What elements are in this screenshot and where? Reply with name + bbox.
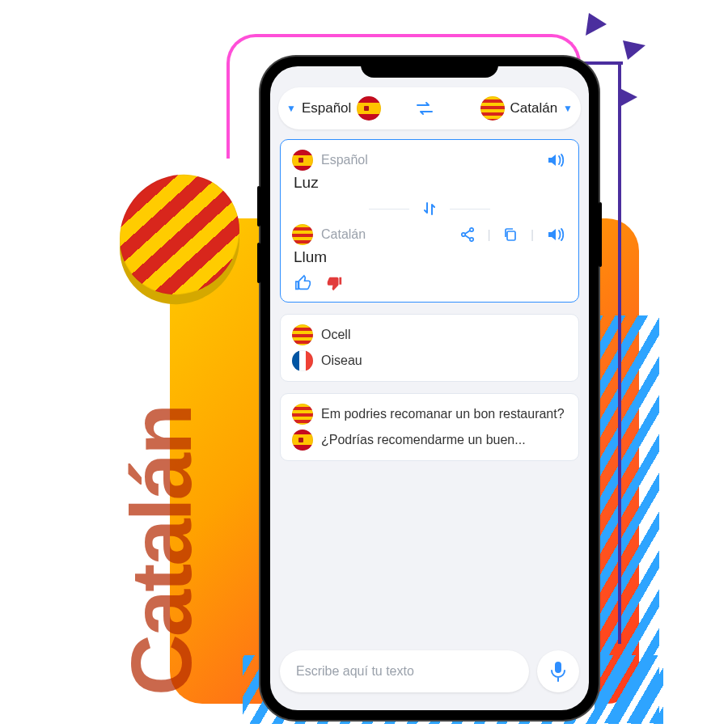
thumbs-down-button[interactable] xyxy=(323,274,345,292)
speaker-icon[interactable] xyxy=(544,152,567,168)
catalan-flag-icon xyxy=(292,324,313,345)
phone-notch xyxy=(361,57,498,78)
svg-rect-7 xyxy=(555,662,561,673)
text-input-placeholder: Escribe aquí tu texto xyxy=(296,664,414,679)
chevron-down-icon: ▼ xyxy=(563,103,573,114)
catalan-flag-icon xyxy=(292,404,313,425)
decorative-line xyxy=(618,61,621,644)
translation-card: Español Luz xyxy=(280,139,579,303)
svg-marker-0 xyxy=(586,13,607,36)
spain-flag-icon xyxy=(292,430,313,451)
swap-languages-button[interactable] xyxy=(416,101,443,116)
history-item[interactable]: Em podries recomanar un bon restaurant? … xyxy=(280,393,579,461)
speaker-icon[interactable] xyxy=(544,226,567,243)
source-language-label: Español xyxy=(321,153,368,167)
history-item[interactable]: Ocell Oiseau xyxy=(280,314,579,382)
share-icon[interactable] xyxy=(458,227,477,242)
history-text: Oiseau xyxy=(321,353,362,368)
target-language-select[interactable]: Catalán ▼ xyxy=(443,96,573,121)
decorative-triangle-icon xyxy=(582,11,610,39)
phone-frame: ▼ Español Catalán ▼ Esp xyxy=(260,57,599,720)
svg-marker-1 xyxy=(623,40,645,60)
source-language-select[interactable]: ▼ Español xyxy=(286,96,416,121)
spain-flag-icon xyxy=(292,150,313,171)
history-text: Em podries recomanar un bon restaurant? xyxy=(321,407,565,421)
decorative-background-text: Catalán xyxy=(113,406,210,696)
spain-flag-icon xyxy=(357,96,381,121)
svg-rect-6 xyxy=(507,231,515,240)
text-input[interactable]: Escribe aquí tu texto xyxy=(280,650,529,692)
card-swap-divider xyxy=(292,201,567,216)
history-text: ¿Podrías recomendarme un buen... xyxy=(321,433,526,447)
target-language-label: Catalán xyxy=(321,227,366,242)
svg-point-4 xyxy=(462,233,465,236)
copy-icon[interactable] xyxy=(501,227,520,242)
swap-icon[interactable] xyxy=(421,201,438,216)
decorative-flag-disc xyxy=(120,171,239,298)
catalan-flag-icon xyxy=(480,96,505,121)
language-header: ▼ Español Catalán ▼ xyxy=(278,87,581,129)
source-language-label: Español xyxy=(302,100,351,116)
app-screen: ▼ Español Catalán ▼ Esp xyxy=(270,66,589,710)
history-text: Ocell xyxy=(321,328,350,342)
target-language-label: Catalán xyxy=(510,100,558,116)
decorative-triangle-icon xyxy=(623,39,647,61)
catalan-flag-icon xyxy=(292,224,313,245)
microphone-icon xyxy=(549,661,567,682)
thumbs-up-button[interactable] xyxy=(292,274,315,292)
source-text: Luz xyxy=(294,174,567,192)
france-flag-icon xyxy=(292,350,313,371)
chevron-down-icon: ▼ xyxy=(286,103,296,114)
svg-point-5 xyxy=(470,238,473,241)
translated-text: Llum xyxy=(294,248,567,266)
microphone-button[interactable] xyxy=(537,650,579,692)
svg-point-3 xyxy=(470,228,473,231)
